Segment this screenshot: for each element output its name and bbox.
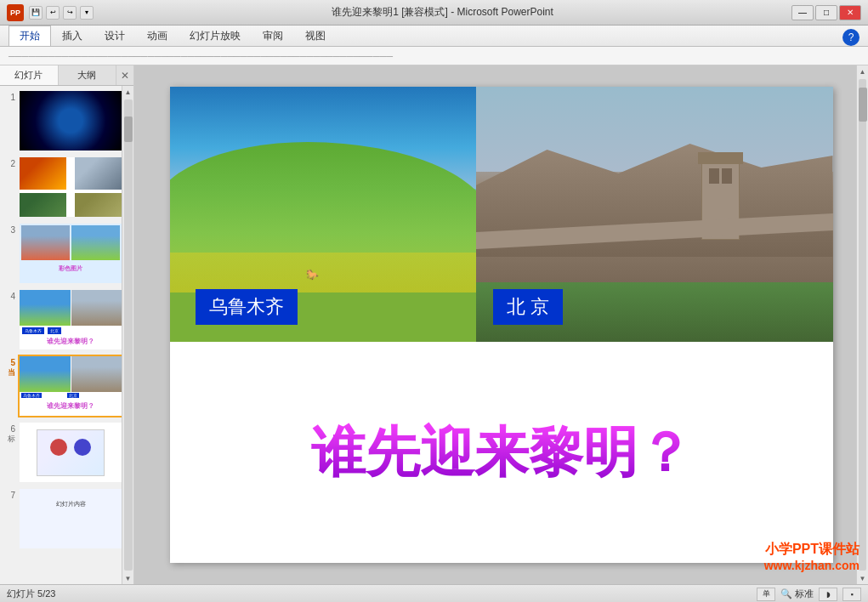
tab-view[interactable]: 视图 [294, 26, 337, 46]
scroll-up-arrow[interactable]: ▲ [122, 86, 134, 98]
thumb-wrapper-4[interactable]: 乌鲁木齐 北京 谁先迎来黎明？ [18, 288, 122, 351]
urumqi-label: 乌鲁木齐 [196, 289, 298, 325]
sidebar: 幻灯片 大纲 ✕ 1 2 [0, 65, 134, 584]
maximize-btn[interactable]: □ [815, 5, 837, 20]
slide-thumbnail-7: 幻灯片内容 [20, 489, 122, 548]
photo-urumqi: 🐎 乌鲁木齐 [170, 87, 476, 342]
title-bar: PP 💾 ↩ ↪ ▾ 谁先迎来黎明1 [兼容模式] - Microsoft Po… [0, 0, 868, 26]
content-area: 🐎 乌鲁木齐 [134, 65, 868, 584]
slide-thumbnail-6 [20, 423, 122, 482]
list-item[interactable]: 4 乌鲁木齐 北京 谁先迎来黎明？ [3, 288, 118, 351]
tab-slideshow[interactable]: 幻灯片放映 [179, 26, 252, 46]
main-slide-title: 谁先迎来黎明？ [311, 416, 692, 490]
thumb-5-img1 [20, 356, 71, 392]
slide-bottom: 谁先迎来黎明？ [170, 342, 833, 563]
status-right: 单 🔍标准 ◗ ▪ [757, 588, 861, 601]
window-title: 谁先迎来黎明1 [兼容模式] - Microsoft PowerPoint [94, 5, 791, 20]
slide-thumbnail-4: 乌鲁木齐 北京 谁先迎来黎明？ [20, 290, 122, 349]
thumb-5-label2: 北京 [67, 393, 79, 398]
slide-number-6: 6标 [3, 421, 15, 445]
slide-thumbnail-5: 乌鲁木齐 北京 谁先迎来黎明？ [20, 356, 122, 416]
scroll-down-arrow[interactable]: ▼ [122, 572, 134, 584]
photo-beijing: 北 京 [476, 87, 833, 342]
tab-start[interactable]: 开始 [9, 26, 51, 46]
slide-number-4: 4 [3, 288, 15, 301]
tab-review[interactable]: 审阅 [252, 26, 294, 46]
watermark: 小学PPT课件站 www.kjzhan.com [764, 541, 859, 572]
thumb-4-img2 [71, 290, 122, 326]
status-bar: 幻灯片 5/23 单 🔍标准 ◗ ▪ [0, 584, 868, 602]
tab-insert[interactable]: 插入 [51, 26, 94, 46]
sidebar-tab-bar: 幻灯片 大纲 ✕ [0, 65, 133, 86]
save-quick-btn[interactable]: 💾 [29, 6, 43, 20]
thumb-img-2 [75, 157, 122, 190]
thumb-1-content [20, 91, 122, 150]
undo-quick-btn[interactable]: ↩ [46, 6, 60, 20]
thumb-wrapper-1[interactable] [18, 89, 122, 152]
view-standard-btn[interactable]: 🔍标准 [780, 588, 814, 600]
sidebar-close-btn[interactable]: ✕ [116, 65, 133, 86]
content-scroll-down[interactable]: ▼ [857, 572, 868, 584]
scroll-thumb[interactable] [124, 116, 133, 142]
ribbon-placeholder: ────────────────────────────────────────… [9, 51, 393, 61]
list-item[interactable]: 7 幻灯片内容 [3, 487, 118, 550]
slide-thumbnail-2 [20, 157, 122, 217]
slide-canvas: 🐎 乌鲁木齐 [170, 87, 833, 563]
content-scroll-thumb[interactable] [859, 88, 867, 122]
sidebar-body: 1 2 [0, 86, 133, 584]
thumb-5-label1: 乌鲁木齐 [21, 393, 42, 398]
thumb-5-img2 [71, 356, 122, 392]
app-icon-label: PP [10, 9, 20, 17]
list-item[interactable]: 5当 乌鲁木齐 北京 谁先迎来黎明？ [3, 355, 118, 417]
window-controls: — □ ✕ [791, 5, 861, 20]
content-scrollbar: ▲ ▼ [856, 65, 868, 584]
tab-design[interactable]: 设计 [94, 26, 136, 46]
sidebar-tab-outline[interactable]: 大纲 [59, 65, 117, 85]
slide-number-7: 7 [3, 487, 15, 500]
thumb-4-img1 [20, 290, 71, 326]
slide-number-1: 1 [3, 89, 15, 102]
thumb-4-label1: 乌鲁木齐 [22, 327, 44, 334]
slide-thumbnail-3: 彩色图片 [20, 224, 122, 283]
view-btn-3[interactable]: ◗ [819, 588, 837, 601]
slide-number-2: 2 [3, 156, 15, 168]
thumb-wrapper-7[interactable]: 幻灯片内容 [18, 487, 122, 550]
ribbon-content: ────────────────────────────────────────… [0, 47, 868, 65]
thumb-5-imgs [20, 356, 122, 392]
view-normal-btn[interactable]: 单 [757, 588, 775, 601]
thumb-wrapper-5[interactable]: 乌鲁木齐 北京 谁先迎来黎明？ [18, 355, 122, 417]
view-btn-4[interactable]: ▪ [842, 588, 861, 601]
tab-animation[interactable]: 动画 [136, 26, 179, 46]
slide-count-info: 幻灯片 5/23 [7, 588, 55, 600]
app-icon: PP [7, 4, 24, 21]
watermark-line1: 小学PPT课件站 [764, 541, 859, 559]
ribbon: 开始 插入 设计 动画 幻灯片放映 审阅 视图 ? [0, 26, 868, 47]
content-scroll-track [859, 79, 866, 571]
list-item[interactable]: 2 [3, 156, 118, 219]
slides-panel: 1 2 [0, 86, 122, 584]
content-scroll-up[interactable]: ▲ [857, 65, 868, 77]
thumb-wrapper-3[interactable]: 彩色图片 [18, 222, 122, 285]
minimize-btn[interactable]: — [791, 5, 814, 20]
thumb-4-imgs [20, 290, 122, 326]
thumb-wrapper-2[interactable] [18, 156, 122, 219]
thumb-5-title: 谁先迎来黎明？ [20, 401, 122, 411]
thumb-4-title: 谁先迎来黎明？ [20, 337, 122, 346]
slide-number-3: 3 [3, 222, 15, 235]
sidebar-tab-slides[interactable]: 幻灯片 [0, 65, 59, 85]
thumb-4-label2: 北京 [48, 327, 61, 334]
close-btn[interactable]: ✕ [839, 5, 861, 20]
list-item[interactable]: 6标 [3, 421, 118, 484]
list-item[interactable]: 1 [3, 89, 118, 152]
customize-quick-btn[interactable]: ▾ [80, 6, 94, 20]
sidebar-scrollbar: ▲ ▼ [122, 86, 133, 584]
slide-thumbnail-1 [20, 91, 122, 150]
redo-quick-btn[interactable]: ↪ [63, 6, 77, 20]
ribbon-tabs: 开始 插入 设计 动画 幻灯片放映 审阅 视图 ? [0, 26, 868, 46]
thumb-wrapper-6[interactable] [18, 421, 122, 484]
watermark-line2: www.kjzhan.com [764, 559, 859, 572]
help-icon[interactable]: ? [842, 29, 859, 46]
thumb-2-content [20, 157, 122, 217]
list-item[interactable]: 3 彩色图片 [3, 222, 118, 285]
photos-row: 🐎 乌鲁木齐 [170, 87, 833, 342]
